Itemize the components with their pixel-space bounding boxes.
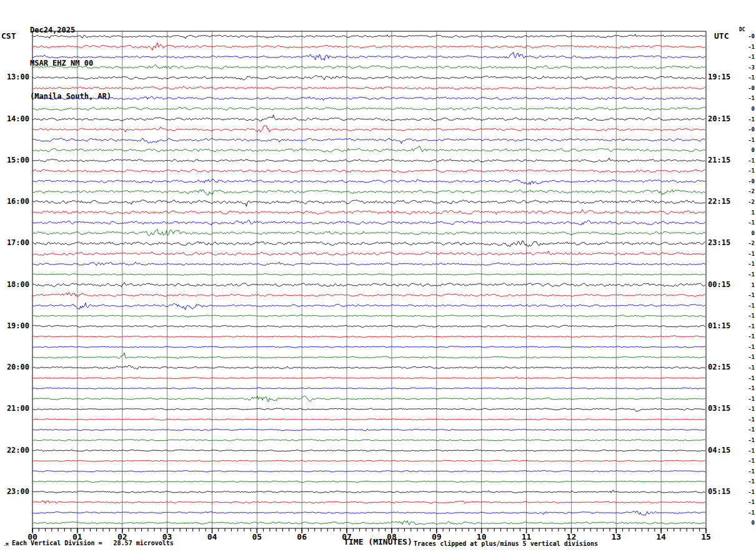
dc-offset-value: 1 [736,282,755,288]
seismic-trace-2015 [32,377,705,379]
utc-hour-label: 23:15 [708,239,739,247]
dc-offset-value: 1 [736,209,755,216]
seismic-trace-1830 [32,303,705,310]
dc-offset-value: -1 [736,448,755,454]
seismic-trace-1300 [32,75,705,80]
seismic-trace-1945 [32,353,705,359]
seismic-trace-1345 [32,107,705,110]
utc-hour-label: 21:15 [708,156,739,164]
seismic-trace-1445 [32,146,705,152]
seismic-trace-1645 [32,229,705,236]
dc-offset-value: -1 [736,271,755,278]
cst-hour-label: 23:00 [0,488,29,496]
dc-offset-value: -1 [736,44,755,50]
seismic-trace-2245 [32,481,705,483]
dc-offset-value: -2 [736,240,755,246]
helicorder-plot-svg [0,0,756,554]
dc-offset-value: -1 [736,158,755,164]
dc-offset-value: -1 [736,354,755,360]
seismic-trace-2215 [32,460,705,461]
seismic-trace-2000 [32,365,705,369]
dc-offset-value: -1 [736,426,755,433]
seismic-trace-2130 [32,429,705,431]
x-tick-label: 06 [293,532,311,541]
cst-hour-label: 20:00 [0,363,29,371]
seismic-trace-2115 [32,419,705,420]
dc-offset-value: -1 [736,251,755,257]
dc-offset-value: -1 [736,95,755,101]
dc-offset-value: -2 [736,188,755,194]
seismic-trace-1730 [32,262,705,266]
dc-offset-value: -1 [736,313,755,319]
dc-offset-value: -2 [736,199,755,205]
seismic-trace-2230 [32,470,705,471]
seismic-trace-1915 [32,335,705,337]
seismic-trace-1515 [32,169,705,173]
seismic-trace-1745 [32,273,705,275]
dc-offset-value: -1 [736,54,755,60]
x-tick-label: 05 [248,532,266,541]
utc-hour-label: 03:15 [708,405,739,413]
seismic-trace-2315 [32,500,705,503]
seismic-trace-2300 [32,490,705,493]
cst-hour-label: 14:00 [0,115,29,123]
utc-hour-label: 05:15 [708,488,739,496]
dc-offset-value: 0 [736,520,755,526]
dc-offset-value: -1 [736,219,755,226]
seismic-trace-1815 [32,293,705,296]
dc-offset-value: -0 [736,126,755,133]
webicorder-page: Dec24,2025 MSAR EHZ NM 00 (Manila South,… [0,0,756,554]
seismic-trace-1245 [32,64,705,69]
utc-hour-label: 22:15 [708,198,739,206]
plot-border [32,31,706,528]
seismic-trace-1430 [32,138,705,144]
seismic-trace-1800 [32,283,705,287]
cst-hour-label: 18:00 [0,281,29,289]
seismic-trace-1700 [32,241,705,247]
utc-hour-label: 20:15 [708,115,739,123]
seismic-trace-1200 [32,34,705,39]
seismic-trace-1615 [32,209,705,214]
corner-glyph: .M [3,542,8,547]
cst-hour-label: 13:00 [0,73,29,81]
seismic-trace-2345 [32,521,705,525]
seismic-trace-1330 [32,96,705,100]
seismic-trace-1930 [32,346,705,348]
dc-offset-value: -1 [736,116,755,123]
dc-offset-value: -1 [736,416,755,423]
dc-offset-value: -1 [736,396,755,402]
seismic-trace-2145 [32,439,705,441]
cst-hour-label: 17:00 [0,239,29,247]
dc-offset-value: 0 [736,106,755,112]
utc-hour-label: 02:15 [708,363,739,371]
dc-offset-value: -0 [736,33,755,39]
utc-hour-label: 19:15 [708,73,739,81]
x-tick-label: 13 [607,532,625,541]
dc-offset-value: -1 [736,168,755,174]
cst-hour-label: 19:00 [0,322,29,330]
vertical-scale-note: Each Vertical Division = 28.57 microvolt… [12,540,174,546]
utc-hour-label: 00:15 [708,281,739,289]
dc-offset-value: -0 [736,85,755,91]
dc-offset-value: -1 [736,137,755,143]
seismic-trace-2045 [32,396,705,401]
dc-offset-value: -1 [736,468,755,475]
dc-offset-value: -1 [736,375,755,381]
seismic-trace-1415 [32,126,705,133]
seismic-trace-2100 [32,408,705,411]
seismic-trace-1845 [32,315,705,318]
dc-offset-value: -1 [736,489,755,495]
dc-offset-value: -0 [736,178,755,184]
dc-offset-value: -1 [736,499,755,505]
seismic-trace-1315 [32,86,705,89]
seismic-trace-1215 [32,43,705,51]
dc-offset-value: -1 [736,333,755,340]
cst-hour-label: 16:00 [0,198,29,206]
seismic-trace-1600 [32,200,705,206]
seismic-trace-1630 [32,220,705,225]
dc-offset-value: -1 [736,510,755,516]
x-tick-label: 14 [652,532,670,541]
dc-offset-value: 0 [736,230,755,236]
cst-hour-label: 21:00 [0,405,29,413]
seismic-trace-1500 [32,158,705,163]
